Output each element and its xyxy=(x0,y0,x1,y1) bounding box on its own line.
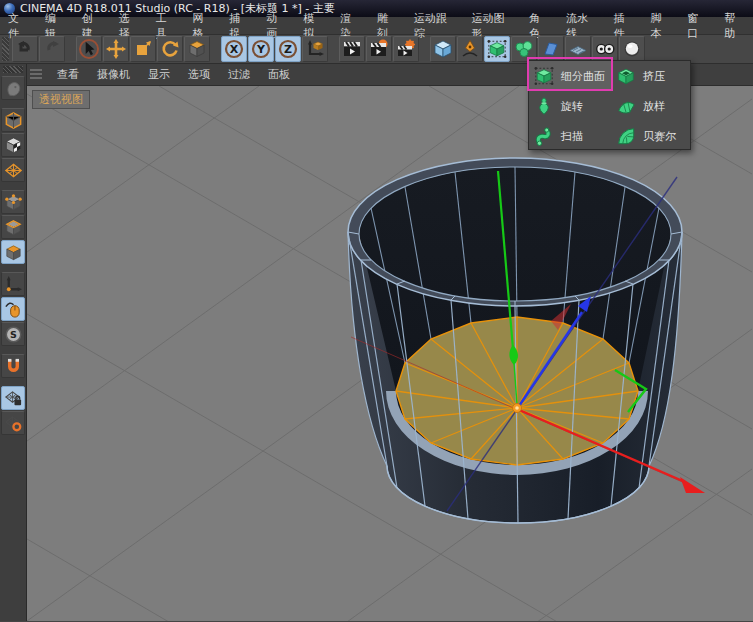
primitive-cube-icon xyxy=(433,39,453,59)
mode-toolbar: S xyxy=(0,64,27,621)
workplane-lock-icon xyxy=(4,389,23,408)
add-primitive-button[interactable] xyxy=(430,36,456,62)
enable-snap-icon xyxy=(4,357,23,376)
redo-icon xyxy=(42,39,62,59)
view-label: 透视视图 xyxy=(32,90,90,109)
workplane-mode-icon xyxy=(4,161,23,180)
make-editable-icon xyxy=(4,79,23,98)
loft-icon xyxy=(616,96,636,116)
lock-z-icon: Z xyxy=(278,39,298,59)
move-tool-button[interactable] xyxy=(103,36,129,62)
texture-mode-icon xyxy=(4,136,23,155)
workplane-snap-icon xyxy=(4,414,23,433)
menu-item-sweep[interactable]: 扫描 xyxy=(529,121,611,151)
lathe-icon xyxy=(534,96,554,116)
deformers-icon xyxy=(541,39,561,59)
redo-button[interactable] xyxy=(39,36,65,62)
subdivision-surface-button[interactable] xyxy=(484,36,510,62)
viewport-solo-icon xyxy=(4,300,23,319)
polygons-mode-button[interactable] xyxy=(1,240,25,264)
make-editable-button[interactable] xyxy=(1,76,25,100)
vp-menu-display[interactable]: 显示 xyxy=(139,67,179,82)
menu-item-extrude[interactable]: 挤压 xyxy=(611,61,690,91)
render-region-button[interactable] xyxy=(366,36,392,62)
add-spline-button[interactable] xyxy=(457,36,483,62)
enable-axis-icon xyxy=(4,275,23,294)
viewport-solo-button[interactable] xyxy=(1,297,25,321)
workplane-lock-button[interactable] xyxy=(1,386,25,410)
menu-bar: 文件 编辑 创建 选择 工具 网格 捕捉 动画 模拟 渲染 雕刻 运动跟踪 运动… xyxy=(0,17,753,35)
points-mode-icon xyxy=(4,193,23,212)
mode-toolbar-grip[interactable] xyxy=(3,66,23,73)
vp-menu-view[interactable]: 查看 xyxy=(48,67,88,82)
rotate-tool-button[interactable] xyxy=(157,36,183,62)
menu-item-lathe[interactable]: 旋转 xyxy=(529,91,611,121)
texture-mode-button[interactable] xyxy=(1,133,25,157)
menu-help[interactable]: 帮助 xyxy=(716,11,753,41)
render-region-icon xyxy=(369,39,389,59)
scale-tool-button[interactable] xyxy=(130,36,156,62)
material-icon xyxy=(622,39,642,59)
cylinder-object[interactable] xyxy=(348,158,682,523)
camera-icon xyxy=(595,39,615,59)
menu-item-loft[interactable]: 放样 xyxy=(611,91,690,121)
menu-item-label: 挤压 xyxy=(643,69,665,84)
model-mode-button[interactable] xyxy=(1,108,25,132)
highlight-box xyxy=(527,57,613,91)
enable-axis-button[interactable] xyxy=(1,272,25,296)
generators-icon xyxy=(514,39,534,59)
spline-pen-icon xyxy=(460,39,480,59)
lock-y-icon: Y xyxy=(251,39,271,59)
svg-text:Z: Z xyxy=(284,43,292,56)
menu-item-label: 扫描 xyxy=(561,129,583,144)
undo-button[interactable] xyxy=(12,36,38,62)
lock-y-button[interactable]: Y xyxy=(248,36,274,62)
coordinate-system-icon xyxy=(305,39,325,59)
menu-item-label: 贝赛尔 xyxy=(643,129,676,144)
menu-item-bezier[interactable]: 贝赛尔 xyxy=(611,121,690,151)
subdivision-surface-icon xyxy=(487,39,507,59)
svg-text:X: X xyxy=(230,43,239,56)
edges-mode-button[interactable] xyxy=(1,215,25,239)
scale-icon xyxy=(133,39,153,59)
lock-x-button[interactable]: X xyxy=(221,36,247,62)
render-view-button[interactable] xyxy=(339,36,365,62)
sweep-icon xyxy=(534,126,554,146)
menu-item-label: 旋转 xyxy=(561,99,583,114)
render-settings-button[interactable] xyxy=(393,36,419,62)
model-mode-icon xyxy=(4,111,23,130)
rotate-icon xyxy=(160,39,180,59)
cinema4d-window: CINEMA 4D R18.011 Studio (RC - R18) - [未… xyxy=(0,0,753,622)
render-settings-icon xyxy=(396,39,416,59)
3d-scene xyxy=(27,86,752,621)
last-tool-cube-icon xyxy=(187,39,207,59)
workplane-mode-button[interactable] xyxy=(1,158,25,182)
perspective-viewport[interactable]: 透视视图 xyxy=(27,86,753,621)
svg-text:S: S xyxy=(10,329,17,340)
lock-x-icon: X xyxy=(224,39,244,59)
vp-menu-cameras[interactable]: 摄像机 xyxy=(88,67,139,82)
material-button[interactable] xyxy=(619,36,645,62)
lock-z-button[interactable]: Z xyxy=(275,36,301,62)
vp-menu-filter[interactable]: 过滤 xyxy=(219,67,259,82)
enable-snap-button[interactable] xyxy=(1,354,25,378)
points-mode-button[interactable] xyxy=(1,190,25,214)
menu-window[interactable]: 窗口 xyxy=(679,11,716,41)
bezier-icon xyxy=(616,126,636,146)
last-tool-button[interactable] xyxy=(184,36,210,62)
polygons-mode-icon xyxy=(4,243,23,262)
extrude-icon xyxy=(616,66,636,86)
coordinate-system-button[interactable] xyxy=(302,36,328,62)
undo-icon xyxy=(15,39,35,59)
floor-icon xyxy=(568,39,588,59)
workplane-snap-button[interactable] xyxy=(1,411,25,435)
live-selection-button[interactable] xyxy=(76,36,102,62)
toolbar-grip[interactable] xyxy=(2,37,9,61)
snap-quantize-button[interactable]: S xyxy=(1,322,25,346)
menu-script[interactable]: 脚本 xyxy=(642,11,679,41)
vp-menu-panel[interactable]: 面板 xyxy=(259,67,299,82)
viewport-grip[interactable] xyxy=(30,69,42,81)
edges-mode-icon xyxy=(4,218,23,237)
vp-menu-options[interactable]: 选项 xyxy=(179,67,219,82)
move-icon xyxy=(106,39,126,59)
